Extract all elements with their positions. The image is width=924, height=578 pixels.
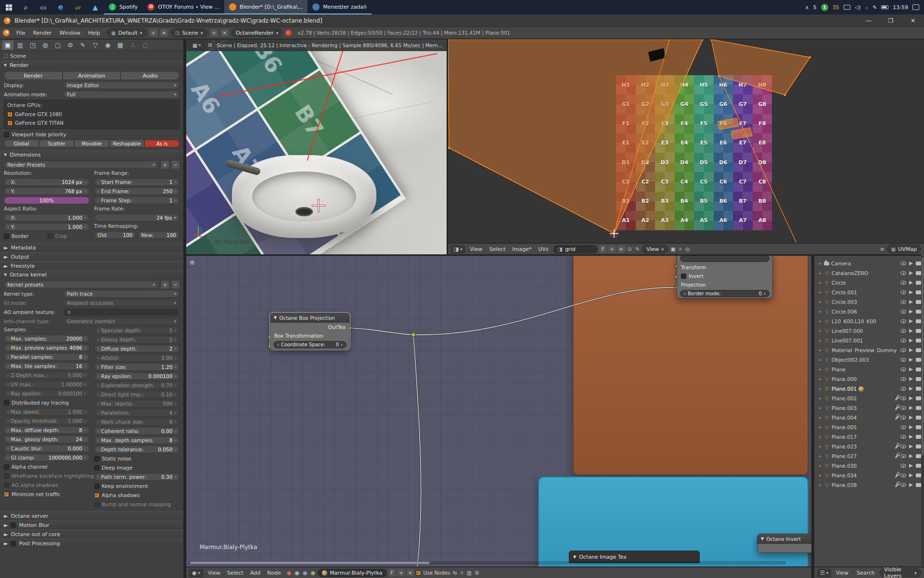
renderability-camera-icon[interactable] [916,396,921,400]
editor-type-button[interactable]: ▦▾ [190,41,204,49]
increment-arrow[interactable]: › [174,338,176,342]
visibility-eye-icon[interactable] [900,435,906,439]
number-field[interactable]: ‹Work chunk size:8› [94,418,180,426]
selectability-cursor-icon[interactable] [909,464,913,468]
expand-icon[interactable]: + [818,473,822,478]
decrement-arrow[interactable]: ‹ [98,393,100,397]
number-field[interactable]: ‹Glossy depth:2› [94,336,180,343]
expand-icon[interactable]: + [818,309,822,314]
increment-arrow[interactable]: › [174,475,176,479]
expand-icon[interactable]: + [818,319,822,324]
panel-header-octane-server[interactable]: ►Octane server [0,511,183,520]
fake-user-button[interactable]: F [599,245,607,253]
decrement-arrow[interactable]: ‹ [98,447,100,452]
checkbox[interactable] [94,456,100,461]
number-field[interactable]: ‹Max speed:1.000› [4,408,90,416]
outliner-item-plane.027[interactable]: +▽Plane.027 [814,451,924,461]
priority-scatter[interactable]: Scatter [39,140,74,147]
viewport-octane-render[interactable]: A5B5A6B6A7B7 (0) Plane.001 ▦▾ ⊞ Scene | … [186,39,447,254]
visibility-eye-icon[interactable] [900,377,906,381]
decrement-arrow[interactable]: ‹ [98,374,100,379]
copy-icon[interactable]: ⧉ [474,570,480,576]
clock[interactable]: 13:59 [893,4,908,11]
panel-header-freestyle[interactable]: ►Freestyle [0,261,183,270]
selectability-cursor-icon[interactable] [909,271,913,275]
checkbox-row[interactable]: Distributed ray tracing [4,399,90,407]
material-name-field[interactable]: Marmur.Bialy-Plytka [318,569,386,577]
outliner-item-plane.003[interactable]: +▽Plane.003 [814,403,924,413]
checkbox[interactable] [4,400,9,406]
remove-kernel-preset-button[interactable]: − [172,281,180,289]
selectability-cursor-icon[interactable] [909,358,913,362]
decrement-arrow[interactable]: ‹ [7,410,9,414]
outliner-view-menu[interactable]: View [833,570,852,576]
decrement-arrow[interactable]: ‹ [98,438,100,443]
increment-arrow[interactable]: › [84,346,86,350]
expand-icon[interactable]: + [818,483,822,487]
network-icon[interactable]: ⌔ [865,4,869,11]
expand-icon[interactable]: + [818,348,822,353]
increment-arrow[interactable]: › [84,428,86,433]
increment-arrow[interactable]: › [84,189,86,194]
number-field[interactable]: ‹Filter size:1.20› [94,363,180,371]
decrement-arrow[interactable]: ‹ [98,328,100,333]
visibility-eye-icon[interactable] [900,348,906,352]
expand-icon[interactable]: + [818,434,822,439]
number-field[interactable]: ‹Max. rejects:500› [94,400,180,407]
decrement-arrow[interactable]: ‹ [98,383,100,388]
delete-layout-button[interactable]: ✕ [160,29,168,37]
clipped-field[interactable] [680,256,770,262]
number-field[interactable]: ‹Y:768 px› [4,187,90,195]
sliders-icon[interactable]: ≡ [879,246,886,252]
gpu-checkbox[interactable]: ✓ [7,120,13,126]
increment-arrow[interactable]: › [174,393,176,397]
properties-tab-world[interactable]: ◍ [39,40,51,50]
add-scene-button[interactable]: + [210,29,218,37]
render-layer-icon[interactable]: ▥ [466,570,473,576]
decrement-arrow[interactable]: ‹ [7,428,9,433]
uvmap-selector[interactable]: ▦UVMap [887,245,921,253]
selectability-cursor-icon[interactable] [909,435,913,439]
properties-tab-constraints[interactable]: ⚙ [64,40,76,50]
number-field[interactable]: ‹Y:1.000› [4,223,90,231]
renderability-camera-icon[interactable] [916,358,921,362]
expand-icon[interactable]: + [818,406,822,410]
checkbox-row[interactable]: Wireframe backface highlighting [4,472,90,480]
renderability-camera-icon[interactable] [916,483,921,487]
scene-selector[interactable]: ◳Scene▾ [171,28,207,37]
uv-menu-image[interactable]: Image* [509,246,535,252]
outliner-item-circle.006[interactable]: +▽Circle.006 [814,307,924,316]
node-editor[interactable]: ▼Octane Box Projection OutTex Box Transf… [186,256,811,578]
decrement-arrow[interactable]: ‹ [7,419,9,423]
visibility-eye-icon[interactable] [900,281,906,285]
number-field[interactable]: ‹Ray epsilon:0.000100› [94,372,180,380]
increment-arrow[interactable]: › [84,337,86,341]
outliner-item-plane.034[interactable]: +▽Plane.034 [814,471,924,480]
decrement-arrow[interactable]: ‹ [98,420,100,424]
expand-icon[interactable]: + [818,377,822,381]
world-nodes-icon[interactable]: ● [310,570,317,576]
display-menu[interactable]: Image Editor▾ [64,81,180,89]
number-field[interactable]: Old:100 [94,231,136,239]
number-field[interactable]: ‹Start Frame:1› [94,178,180,186]
panel-header-motion-blur[interactable]: ►Motion Blur [0,520,183,529]
unlink-material-button[interactable]: ✕ [407,569,414,577]
tray-chevron-icon[interactable]: ∧ [805,4,809,11]
node-menu-select[interactable]: Select [224,570,247,576]
expand-icon[interactable]: + [818,463,822,468]
display-mode-selector[interactable]: Visible Layers▾ [880,568,921,577]
file-explorer-icon[interactable]: ▱ [69,0,87,14]
expand-icon[interactable]: + [818,454,822,459]
decrement-arrow[interactable]: ‹ [98,356,100,360]
outliner-item-plane.005[interactable]: +▽Plane.005 [814,422,924,432]
security-badge[interactable]: 1 [821,4,828,11]
properties-tab-physics[interactable]: ◌ [140,40,151,50]
increment-arrow[interactable]: › [174,438,176,443]
expand-icon[interactable]: + [818,338,822,343]
checkbox-row[interactable]: Border [4,232,46,240]
number-field[interactable]: ‹Exploration strength:0.70› [94,381,180,389]
decrement-arrow[interactable]: ‹ [7,180,9,184]
outliner-item-plane[interactable]: +▽Plane [814,365,924,374]
snap-icon[interactable]: ⌗ [460,570,464,576]
node-input-invert[interactable]: Invert [677,272,772,280]
